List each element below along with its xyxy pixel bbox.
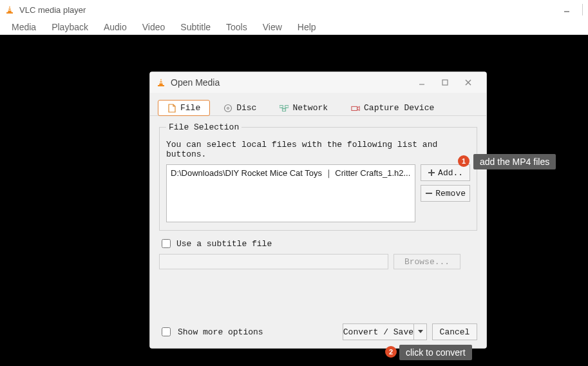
tab-network-label: Network bbox=[292, 103, 328, 113]
callout-badge-1: 1 bbox=[458, 155, 469, 167]
convert-save-dropdown[interactable] bbox=[414, 323, 427, 340]
tab-bar: File Disc Network Capture Device bbox=[150, 93, 486, 116]
file-selection-section: File Selection You can select local file… bbox=[159, 122, 477, 231]
open-media-dialog: Open Media File Disc Network Capture Dev… bbox=[149, 72, 487, 349]
dialog-maximize-button[interactable] bbox=[433, 72, 457, 93]
file-list-item[interactable]: D:\Downloads\DIY Rocket Mice Cat Toys ｜ … bbox=[171, 168, 411, 179]
callout-badge-2: 2 bbox=[385, 346, 397, 358]
dialog-title: Open Media bbox=[171, 77, 220, 88]
svg-rect-1 bbox=[8, 10, 11, 10]
menu-subtitle[interactable]: Subtitle bbox=[173, 21, 218, 34]
tab-disc-label: Disc bbox=[236, 103, 256, 113]
minimize-button[interactable] bbox=[555, 0, 578, 19]
browse-subtitle-button[interactable]: Browse... bbox=[394, 254, 460, 269]
browse-subtitle-label: Browse... bbox=[404, 257, 450, 267]
cancel-button[interactable]: Cancel bbox=[432, 323, 477, 340]
callout-label-1: add the MP4 files bbox=[473, 154, 556, 169]
menu-help[interactable]: Help bbox=[290, 21, 324, 34]
svg-rect-4 bbox=[160, 81, 162, 81]
menu-playback[interactable]: Playback bbox=[44, 21, 96, 34]
dialog-minimize-button[interactable] bbox=[410, 72, 433, 93]
svg-rect-15 bbox=[283, 108, 286, 111]
svg-rect-18 bbox=[352, 106, 357, 110]
svg-rect-0 bbox=[9, 8, 11, 8]
show-more-label: Show more options bbox=[178, 327, 263, 337]
file-selection-hint: You can select local files with the foll… bbox=[166, 140, 470, 159]
dialog-footer: Show more options Convert / Save Cancel bbox=[150, 318, 486, 348]
vlc-cone-icon bbox=[156, 78, 166, 87]
svg-rect-13 bbox=[280, 105, 283, 108]
tab-file[interactable]: File bbox=[158, 100, 210, 116]
show-more-checkbox[interactable] bbox=[162, 327, 171, 336]
main-menubar: Media Playback Audio Video Subtitle Tool… bbox=[0, 19, 588, 35]
menu-tools[interactable]: Tools bbox=[218, 21, 255, 34]
vlc-cone-icon bbox=[5, 5, 14, 14]
callout-label-2: click to convert bbox=[399, 345, 472, 360]
use-subtitle-checkbox[interactable] bbox=[162, 239, 171, 248]
app-title: VLC media player bbox=[19, 5, 86, 15]
app-window: VLC media player Media Playback Audio Vi… bbox=[0, 0, 588, 366]
file-selection-legend: File Selection bbox=[166, 122, 242, 132]
file-icon bbox=[167, 104, 176, 113]
svg-point-12 bbox=[227, 107, 229, 109]
minus-icon bbox=[425, 189, 433, 197]
tab-network[interactable]: Network bbox=[270, 100, 337, 116]
dialog-content: File Selection You can select local file… bbox=[150, 116, 486, 318]
use-subtitle-label: Use a subtitle file bbox=[176, 239, 272, 249]
tab-capture-label: Capture Device bbox=[364, 103, 434, 113]
svg-point-11 bbox=[225, 104, 232, 111]
file-list[interactable]: D:\Downloads\DIY Rocket Mice Cat Toys ｜ … bbox=[166, 164, 415, 222]
svg-rect-14 bbox=[285, 105, 289, 108]
plus-icon bbox=[428, 169, 435, 177]
subtitle-path-field bbox=[159, 254, 388, 269]
svg-rect-5 bbox=[160, 82, 162, 83]
menu-media[interactable]: Media bbox=[4, 21, 44, 34]
add-file-label: Add.. bbox=[438, 168, 463, 178]
main-titlebar: VLC media player bbox=[0, 0, 588, 19]
svg-rect-8 bbox=[442, 80, 448, 85]
convert-save-button[interactable]: Convert / Save bbox=[343, 323, 427, 340]
chevron-down-icon bbox=[418, 330, 423, 334]
titlebar-separator bbox=[582, 4, 583, 15]
svg-rect-2 bbox=[6, 12, 13, 14]
network-icon bbox=[280, 104, 289, 113]
menu-audio[interactable]: Audio bbox=[96, 21, 135, 34]
tab-disc[interactable]: Disc bbox=[214, 100, 266, 116]
dialog-titlebar[interactable]: Open Media bbox=[150, 72, 486, 93]
svg-rect-6 bbox=[158, 85, 164, 86]
menu-video[interactable]: Video bbox=[135, 21, 173, 34]
cancel-label: Cancel bbox=[440, 327, 470, 337]
capture-icon bbox=[351, 104, 360, 113]
tab-file-label: File bbox=[180, 103, 200, 113]
remove-file-label: Remove bbox=[435, 189, 466, 198]
convert-save-label: Convert / Save bbox=[343, 327, 413, 337]
disc-icon bbox=[223, 104, 232, 113]
remove-file-button[interactable]: Remove bbox=[421, 185, 470, 202]
dialog-close-button[interactable] bbox=[457, 72, 480, 93]
tab-capture[interactable]: Capture Device bbox=[341, 100, 444, 116]
menu-view[interactable]: View bbox=[255, 21, 290, 34]
